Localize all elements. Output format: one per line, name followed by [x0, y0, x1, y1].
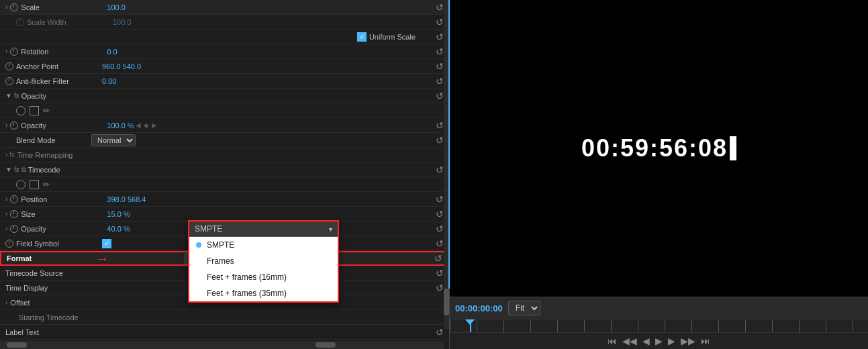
transport-step-back2-btn[interactable]: ◀◀	[622, 336, 637, 346]
opacity-collapse-arrow[interactable]: ▼	[5, 92, 12, 99]
tc-position-stopwatch-icon[interactable]	[10, 195, 18, 203]
playhead-line[interactable]	[470, 319, 471, 332]
anchor-point-stopwatch-icon[interactable]	[5, 62, 13, 70]
feet35-label: Feet + frames (35mm)	[207, 289, 287, 298]
scale-expand-arrow[interactable]: ›	[5, 3, 7, 11]
opacity-nav-right[interactable]: ▶	[152, 121, 157, 129]
timecode-section-reset-btn[interactable]: ↺	[436, 164, 444, 175]
time-remap-arrow[interactable]: ›	[5, 151, 7, 158]
rotation-value[interactable]: 0.0	[107, 48, 117, 56]
field-symbol-label: Field Symbol	[16, 240, 97, 248]
time-display-label: Time Display	[5, 284, 86, 292]
timecode-circle-icon[interactable]	[16, 180, 26, 189]
transport-play-btn[interactable]: ▶	[655, 336, 663, 346]
opacity-nav-left[interactable]: ◀	[136, 121, 141, 129]
offset-expand-arrow[interactable]: ›	[5, 299, 7, 306]
scale-row: › Scale 100.0 ↺	[0, 0, 449, 15]
uniform-scale-checkbox[interactable]: ✓	[357, 32, 367, 42]
bottom-scrollbar-thumb[interactable]	[7, 342, 27, 348]
opacity-stopwatch-icon[interactable]	[10, 121, 18, 130]
timecode-brush-icon[interactable]: ✏	[43, 180, 50, 189]
tc-size-value[interactable]: 15.0 %	[107, 210, 130, 218]
tc-position-label: Position	[21, 195, 101, 203]
timecode-source-label: Timecode Source	[5, 269, 86, 277]
opacity-nav-diamond[interactable]: ◆	[144, 121, 149, 129]
opacity-brush-icon[interactable]: ✏	[43, 106, 50, 115]
uniform-scale-label: Uniform Scale	[369, 33, 416, 41]
rotation-stopwatch-icon[interactable]	[10, 48, 18, 56]
feet16-empty-dot	[196, 275, 201, 280]
dropdown-popup-header[interactable]: SMPTE ▾	[189, 221, 338, 237]
label-text-reset-btn[interactable]: ↺	[436, 327, 444, 338]
anti-flicker-row: Anti-flicker Filter 0.00 ↺	[0, 74, 449, 89]
uniform-scale-row: ✓ Uniform Scale ↺	[0, 30, 449, 44]
timecode-fx-badge: fx	[14, 166, 19, 173]
panel-divider	[448, 0, 450, 289]
scrollbar-thumb[interactable]	[444, 289, 449, 315]
tc-opacity-stopwatch-icon[interactable]	[10, 225, 18, 233]
dropdown-item-feet16[interactable]: Feet + frames (16mm)	[189, 269, 338, 285]
current-time-display[interactable]: 00:00:00:00	[455, 303, 503, 313]
time-remapping-label: Time Remapping	[17, 151, 97, 159]
format-reset-btn[interactable]: ↺	[434, 253, 442, 264]
transport-step-end-btn[interactable]: ⏭	[701, 336, 710, 346]
transport-step-frame-back-btn[interactable]: ◀	[642, 336, 650, 346]
dropdown-item-smpte[interactable]: SMPTE	[189, 237, 338, 253]
tc-opacity-expand-arrow[interactable]: ›	[5, 225, 7, 232]
anti-flicker-value[interactable]: 0.00	[102, 77, 116, 85]
field-symbol-checkbox[interactable]: ✓	[102, 239, 111, 248]
tc-opacity-reset-btn[interactable]: ↺	[436, 223, 444, 234]
opacity-square-icon[interactable]	[30, 106, 39, 115]
field-symbol-reset-btn[interactable]: ↺	[436, 238, 444, 249]
scale-value[interactable]: 100.0	[107, 3, 126, 11]
label-text-label: Label Text	[5, 328, 86, 336]
tc-size-reset-btn[interactable]: ↺	[436, 209, 444, 219]
tc-size-row: › Size 15.0 % ↺	[0, 207, 449, 221]
tc-size-expand-arrow[interactable]: ›	[5, 210, 7, 217]
anchor-point-value[interactable]: 960.0 540.0	[102, 62, 141, 70]
label-text-row: Label Text ↺	[0, 325, 449, 340]
bottom-scrollbar[interactable]	[0, 341, 444, 349]
anchor-point-reset-btn[interactable]: ↺	[436, 61, 444, 72]
rotation-expand-arrow[interactable]: ›	[5, 48, 7, 55]
opacity-reset-btn[interactable]: ↺	[436, 120, 444, 131]
tc-position-reset-btn[interactable]: ↺	[436, 194, 444, 205]
rotation-reset-btn[interactable]: ↺	[436, 46, 444, 57]
opacity-expand-arrow[interactable]: ›	[5, 121, 7, 129]
transport-step-back-btn[interactable]: ⏮	[608, 336, 617, 346]
time-display-reset-btn[interactable]: ↺	[436, 283, 444, 293]
transport-step-frame-fwd-btn[interactable]: ▶	[668, 336, 675, 346]
timecode-source-reset-btn[interactable]: ↺	[436, 268, 444, 279]
timecode-transform-icon: ⧉	[21, 166, 26, 174]
tc-position-value[interactable]: 398.0 568.4	[107, 195, 146, 203]
blend-mode-dropdown[interactable]: Normal	[91, 134, 136, 146]
scale-label: Scale	[21, 3, 101, 11]
scale-reset-btn[interactable]: ↺	[436, 2, 444, 13]
tc-opacity-value[interactable]: 40.0 %	[107, 225, 130, 233]
scale-width-reset-btn[interactable]: ↺	[436, 17, 444, 28]
tc-size-stopwatch-icon[interactable]	[10, 210, 18, 218]
field-symbol-stopwatch-icon[interactable]	[5, 240, 13, 248]
rotation-label: Rotation	[21, 48, 101, 56]
timecode-square-icon[interactable]	[30, 180, 39, 189]
uniform-scale-reset-btn[interactable]: ↺	[436, 32, 444, 42]
timecode-collapse-arrow[interactable]: ▼	[5, 166, 12, 173]
blend-mode-reset-btn[interactable]: ↺	[436, 135, 444, 146]
anti-flicker-stopwatch-icon[interactable]	[5, 77, 13, 85]
fit-dropdown[interactable]: Fit	[508, 301, 540, 315]
anti-flicker-reset-btn[interactable]: ↺	[436, 76, 444, 87]
opacity-value[interactable]: 100.0 %	[107, 121, 134, 130]
opacity-value-row: › Opacity 100.0 % ◀ ◆ ▶ ↺	[0, 118, 449, 133]
bottom-scrollbar-thumb2[interactable]	[316, 342, 336, 348]
transport-step-fwd-btn[interactable]: ▶▶	[681, 336, 695, 346]
tc-position-expand-arrow[interactable]: ›	[5, 195, 7, 203]
dropdown-item-feet35[interactable]: Feet + frames (35mm)	[189, 285, 338, 301]
opacity-icons-row: ✏	[0, 103, 449, 118]
opacity-section-reset-btn[interactable]: ↺	[436, 91, 444, 101]
preview-timecode: 00:59:56:08	[581, 134, 736, 162]
dropdown-item-frames[interactable]: Frames	[189, 253, 338, 269]
timecode-cursor-icon	[730, 136, 736, 160]
anti-flicker-label: Anti-flicker Filter	[16, 77, 97, 85]
scale-stopwatch-icon[interactable]	[10, 3, 18, 11]
opacity-circle-icon[interactable]	[16, 106, 26, 115]
